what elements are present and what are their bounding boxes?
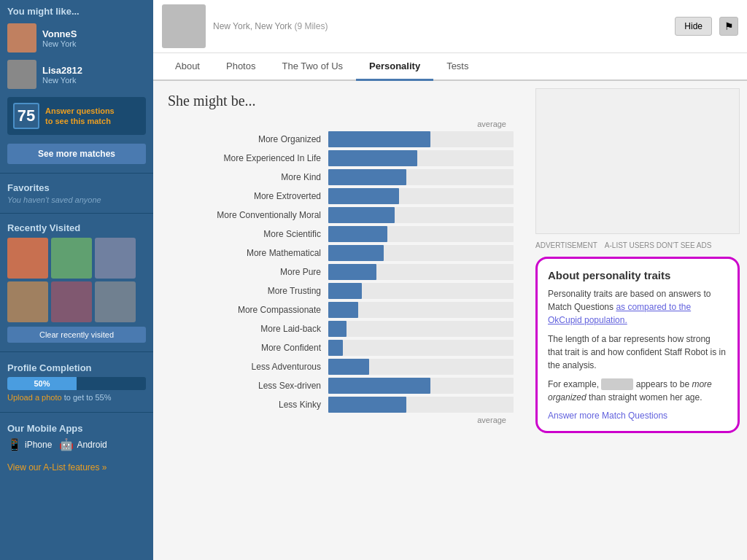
bar-fill-kind xyxy=(328,169,406,185)
sidebar-item-vonnes[interactable]: VonneS New York xyxy=(0,20,153,56)
hide-button[interactable]: Hide xyxy=(675,17,712,36)
trait-row-organized: More Organized xyxy=(168,131,514,147)
recent-thumb-5[interactable] xyxy=(51,281,92,322)
bar-fill-compassionate xyxy=(328,302,358,318)
ad-label-alist[interactable]: A-LIST USERS DON'T SEE ADS xyxy=(605,241,712,249)
lisa-avatar xyxy=(7,60,36,89)
recent-thumb-4[interactable] xyxy=(7,281,48,322)
recently-visited-title: Recently Visited xyxy=(7,222,146,233)
bar-container-confident xyxy=(328,340,514,356)
flag-button[interactable]: ⚑ xyxy=(719,17,738,36)
alist-features-link[interactable]: View our A-List features » xyxy=(7,462,107,472)
avg-label-top: average xyxy=(168,120,514,128)
header-info: New York, New York (9 Miles) xyxy=(213,21,667,31)
bar-fill-moral xyxy=(328,207,395,223)
tab-about[interactable]: About xyxy=(162,53,213,81)
bar-container-compassionate xyxy=(328,302,514,318)
sidebar-divider-4 xyxy=(0,412,153,413)
bar-container-scientific xyxy=(328,226,514,242)
favorites-section: Favorites You haven't saved anyone xyxy=(0,178,153,209)
answer-count: 75 xyxy=(13,103,39,129)
answer-more-questions-link[interactable]: Answer more Match Questions xyxy=(548,411,667,421)
iphone-icon: 📱 xyxy=(7,438,22,451)
see-more-matches-button[interactable]: See more matches xyxy=(7,144,146,164)
bar-fill-sexdriven xyxy=(328,378,430,394)
bar-fill-mathematical xyxy=(328,245,384,261)
bar-fill-confident xyxy=(328,340,343,356)
personality-box-para1: Personality traits are based on answers … xyxy=(548,287,727,327)
clear-recently-visited-button[interactable]: Clear recently visited xyxy=(7,327,146,343)
trait-row-experienced: More Experienced In Life xyxy=(168,150,514,166)
trait-label-sexdriven: Less Sex-driven xyxy=(168,381,328,391)
sidebar-item-lisa[interactable]: Lisa2812 New York xyxy=(0,56,153,93)
bar-container-adventurous xyxy=(328,359,514,375)
profile-completion-title: Profile Completion xyxy=(7,362,146,373)
bar-container-sexdriven xyxy=(328,378,514,394)
bar-fill-kinky xyxy=(328,397,406,413)
trait-row-pure: More Pure xyxy=(168,264,514,280)
bar-fill-scientific xyxy=(328,226,387,242)
trait-row-scientific: More Scientific xyxy=(168,226,514,242)
trait-label-moral: More Conventionally Moral xyxy=(168,210,328,220)
trait-row-kind: More Kind xyxy=(168,169,514,185)
sidebar-divider-1 xyxy=(0,173,153,174)
bar-container-moral xyxy=(328,207,514,223)
vonnes-avatar xyxy=(7,23,36,52)
traits-panel: She might be... average More Organized M… xyxy=(153,81,528,560)
bar-container-laidback xyxy=(328,321,514,337)
trait-row-kinky: Less Kinky xyxy=(168,397,514,413)
trait-row-mathematical: More Mathematical xyxy=(168,245,514,261)
trait-label-pure: More Pure xyxy=(168,267,328,277)
profile-completion-section: Profile Completion 50% Upload a photo to… xyxy=(0,357,153,408)
main-content: New York, New York (9 Miles) Hide ⚑ Abou… xyxy=(153,0,747,560)
upload-photo-text: Upload a photo to get to 55% xyxy=(7,393,146,402)
bar-fill-organized xyxy=(328,131,430,147)
favorites-empty: You haven't saved anyone xyxy=(7,195,146,204)
upload-photo-link[interactable]: Upload a photo xyxy=(7,393,62,402)
personality-box-para2: The length of a bar represents how stron… xyxy=(548,332,727,372)
profile-header-photo xyxy=(162,4,206,48)
example-highlight xyxy=(601,378,633,390)
trait-label-mathematical: More Mathematical xyxy=(168,248,328,258)
trait-label-kinky: Less Kinky xyxy=(168,400,328,410)
personality-traits-box: About personality traits Personality tra… xyxy=(535,257,740,433)
favorites-title: Favorites xyxy=(7,182,146,193)
profile-progress-bar-fill: 50% xyxy=(7,377,77,390)
answer-box: 75 Answer questions to see this match xyxy=(7,97,146,135)
bar-fill-laidback xyxy=(328,321,347,337)
bar-container-pure xyxy=(328,264,514,280)
trait-label-organized: More Organized xyxy=(168,134,328,144)
recent-thumb-6[interactable] xyxy=(95,281,136,322)
trait-label-extroverted: More Extroverted xyxy=(168,191,328,201)
personality-box-para3: For example, appears to be more organize… xyxy=(548,378,727,404)
recent-thumb-2[interactable] xyxy=(51,238,92,279)
profile-progress-bar-bg: 50% xyxy=(7,377,146,390)
personality-content: She might be... average More Organized M… xyxy=(153,81,747,560)
trait-row-extroverted: More Extroverted xyxy=(168,188,514,204)
bar-container-mathematical xyxy=(328,245,514,261)
alist-link-section: View our A-List features » xyxy=(0,457,153,477)
trait-row-moral: More Conventionally Moral xyxy=(168,207,514,223)
trait-row-laidback: More Laid-back xyxy=(168,321,514,337)
tab-two-of-us[interactable]: The Two of Us xyxy=(268,53,356,81)
lisa-name: Lisa2812 xyxy=(42,65,82,76)
recent-thumb-1[interactable] xyxy=(7,238,48,279)
trait-label-compassionate: More Compassionate xyxy=(168,305,328,315)
recent-grid xyxy=(7,238,146,322)
tab-tests[interactable]: Tests xyxy=(433,53,481,81)
sidebar: You might like... VonneS New York Lisa28… xyxy=(0,0,153,560)
android-label: Android xyxy=(77,440,107,450)
tab-photos[interactable]: Photos xyxy=(213,53,268,81)
iphone-app-item[interactable]: 📱 iPhone xyxy=(7,438,52,451)
android-app-item[interactable]: 🤖 Android xyxy=(59,438,107,451)
trait-label-kind: More Kind xyxy=(168,172,328,182)
tab-personality[interactable]: Personality xyxy=(356,53,433,81)
profile-header: New York, New York (9 Miles) Hide ⚑ xyxy=(153,0,747,53)
personality-box-title: About personality traits xyxy=(548,269,727,281)
recent-thumb-3[interactable] xyxy=(95,238,136,279)
trait-row-confident: More Confident xyxy=(168,340,514,356)
iphone-label: iPhone xyxy=(25,440,52,450)
tabs-bar: About Photos The Two of Us Personality T… xyxy=(153,53,747,81)
bar-container-organized xyxy=(328,131,514,147)
vonnes-name: VonneS xyxy=(42,28,77,39)
